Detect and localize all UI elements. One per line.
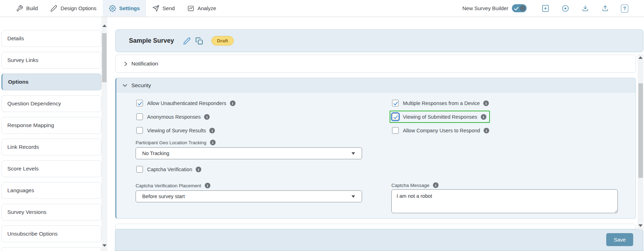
checkbox[interactable] bbox=[136, 100, 143, 106]
checkbox[interactable] bbox=[136, 113, 143, 120]
info-icon[interactable] bbox=[484, 128, 489, 133]
geo-tracking-select[interactable]: No Tracking bbox=[136, 147, 362, 159]
sidebar-item-label: Score Levels bbox=[7, 166, 39, 172]
checkbox[interactable] bbox=[392, 127, 399, 134]
sidebar-scrollbar[interactable] bbox=[101, 17, 107, 251]
sidebar-item[interactable]: Survey Versions bbox=[1, 204, 101, 221]
captcha-verification-checkbox[interactable] bbox=[136, 166, 143, 173]
security-section-body: Allow Unauthenticated Responders Anonymo… bbox=[116, 93, 636, 219]
sidebar-item[interactable]: Languages bbox=[1, 182, 101, 199]
sidebar-item-label: Details bbox=[7, 35, 24, 42]
wrench-icon bbox=[16, 5, 23, 12]
tab-build[interactable]: Build bbox=[10, 0, 44, 16]
sidebar-item[interactable]: Response Mapping bbox=[1, 117, 101, 134]
edit-pencil-icon[interactable] bbox=[183, 37, 191, 45]
tab-label: Settings bbox=[119, 5, 140, 11]
info-icon[interactable] bbox=[483, 100, 489, 106]
info-icon[interactable] bbox=[210, 140, 216, 145]
sidebar-item-label: Unsubscribe Options bbox=[7, 231, 58, 237]
checkbox-row-inner: Multiple Responses from a Device bbox=[390, 97, 492, 109]
toolbar-action-icons bbox=[541, 4, 628, 13]
sidebar-item[interactable]: Link Records bbox=[1, 139, 101, 155]
upload-icon[interactable] bbox=[601, 4, 609, 13]
gear-icon bbox=[109, 5, 116, 12]
info-icon[interactable] bbox=[204, 114, 210, 120]
help-icon[interactable] bbox=[621, 5, 628, 13]
save-button[interactable]: Save bbox=[606, 233, 633, 246]
main-scroll-thumb[interactable] bbox=[638, 83, 643, 178]
scroll-down-icon[interactable] bbox=[102, 244, 107, 247]
tab-analyze[interactable]: Analyze bbox=[181, 0, 222, 16]
checkbox-label: Captcha Verification bbox=[147, 167, 192, 172]
top-nav-bar: Build Design Options Settings Send Analy… bbox=[0, 0, 644, 17]
survey-settings-page: Build Design Options Settings Send Analy… bbox=[0, 0, 644, 251]
checkbox[interactable] bbox=[136, 127, 143, 134]
checkbox-row: Viewing of Submitted Responses bbox=[391, 110, 618, 124]
tab-settings[interactable]: Settings bbox=[103, 0, 146, 16]
builder-toggle-label: New Survey Builder bbox=[462, 5, 508, 11]
security-right-column: Multiple Responses from a Device Viewing… bbox=[391, 93, 618, 215]
sidebar-item-label: Survey Links bbox=[7, 57, 38, 63]
info-icon[interactable] bbox=[205, 183, 210, 188]
sidebar-item[interactable]: Options bbox=[1, 74, 101, 90]
nav-tabs: Build Design Options Settings Send Analy… bbox=[0, 0, 223, 16]
sidebar-item[interactable] bbox=[1, 247, 101, 251]
sidebar-item-label: Question Dependency bbox=[7, 100, 61, 107]
checkbox-label: Allow Company Users to Respond bbox=[403, 128, 480, 133]
status-badge: Draft bbox=[211, 36, 234, 46]
scroll-up-icon[interactable] bbox=[102, 25, 107, 27]
section-notification[interactable]: Notification bbox=[115, 55, 636, 73]
builder-toggle-switch[interactable] bbox=[512, 4, 527, 12]
checkbox-row: Allow Unauthenticated Responders bbox=[136, 96, 362, 110]
sidebar-item[interactable]: Score Levels bbox=[1, 160, 101, 177]
info-icon[interactable] bbox=[209, 128, 215, 133]
scroll-down-icon[interactable] bbox=[638, 224, 643, 227]
info-icon[interactable] bbox=[481, 114, 486, 120]
preview-icon[interactable] bbox=[561, 4, 570, 13]
survey-header-card: Sample Survey Draft bbox=[115, 29, 643, 52]
checkbox-row-inner: Allow Unauthenticated Responders bbox=[134, 97, 239, 109]
sidebar-item[interactable]: Question Dependency bbox=[1, 95, 101, 112]
sidebar-item[interactable]: Details bbox=[1, 30, 101, 47]
security-left-column: Allow Unauthenticated Responders Anonymo… bbox=[136, 93, 362, 202]
toggle-knob bbox=[520, 5, 526, 11]
checkbox-row: Allow Company Users to Respond bbox=[391, 124, 618, 137]
footer-bar: Save bbox=[115, 229, 643, 251]
tab-send[interactable]: Send bbox=[146, 0, 181, 16]
checkbox-row-inner: Anonymous Responses bbox=[134, 111, 213, 123]
captcha-placement-select[interactable]: Before survey start bbox=[136, 190, 362, 202]
copy-icon[interactable] bbox=[195, 37, 203, 45]
checkbox-row-inner: Allow Company Users to Respond bbox=[390, 124, 493, 137]
checkbox-row: Multiple Responses from a Device bbox=[391, 96, 618, 110]
captcha-message-label-row: Captcha Message bbox=[391, 182, 618, 188]
captcha-message-textarea[interactable]: I am not a robot bbox=[391, 189, 618, 213]
chevron-down-icon bbox=[123, 82, 127, 87]
info-icon[interactable] bbox=[230, 100, 236, 106]
info-icon[interactable] bbox=[196, 167, 201, 172]
sidebar-item[interactable]: Survey Links bbox=[1, 52, 101, 69]
scroll-up-icon[interactable] bbox=[638, 56, 643, 59]
sidebar-scroll-thumb[interactable] bbox=[102, 33, 107, 82]
security-section-header[interactable]: Security bbox=[116, 78, 636, 93]
settings-sidebar: Details Survey Links Options Question De… bbox=[0, 17, 101, 251]
sidebar-item-label: Options bbox=[8, 79, 29, 85]
field-label: Participant Geo Location Tracking bbox=[136, 140, 207, 145]
main-scrollbar[interactable] bbox=[638, 54, 643, 229]
add-icon[interactable] bbox=[541, 4, 550, 13]
checkbox-row: Anonymous Responses bbox=[136, 110, 362, 124]
sidebar-item-label: Link Records bbox=[7, 144, 39, 150]
selected-value: No Tracking bbox=[142, 151, 169, 156]
sidebar-item-label: Response Mapping bbox=[7, 122, 54, 128]
checkbox[interactable] bbox=[392, 100, 399, 106]
download-icon[interactable] bbox=[581, 4, 589, 13]
paper-plane-icon bbox=[152, 5, 159, 12]
sidebar-item[interactable]: Unsubscribe Options bbox=[1, 225, 101, 242]
checkbox-label: Viewing of Survey Results bbox=[147, 128, 206, 133]
field-label: Captcha Message bbox=[391, 183, 429, 188]
checkbox[interactable] bbox=[392, 113, 399, 120]
tab-design-options[interactable]: Design Options bbox=[44, 0, 103, 16]
sidebar-item-label: Survey Versions bbox=[7, 209, 46, 215]
checkbox-row-inner: Viewing of Submitted Responses bbox=[390, 111, 490, 123]
top-nav-right: New Survey Builder bbox=[462, 4, 644, 13]
info-icon[interactable] bbox=[433, 182, 439, 188]
